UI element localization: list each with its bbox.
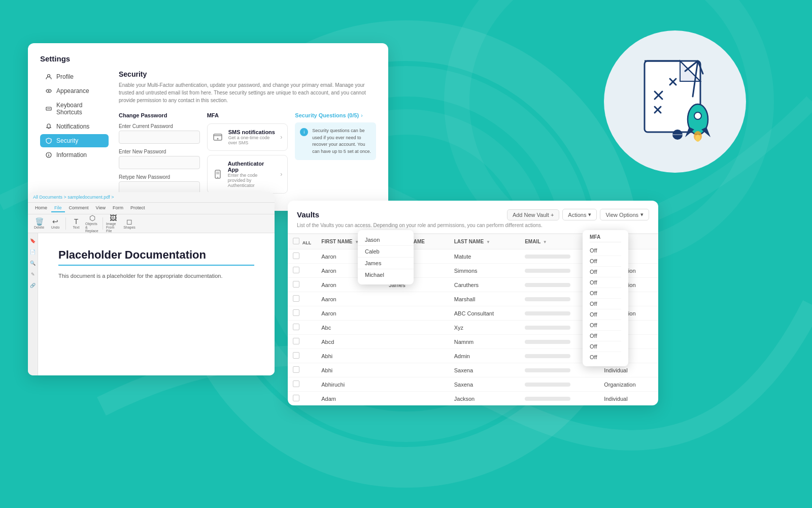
- table-row[interactable]: Abhiruchi Saxena Organization: [288, 377, 658, 392]
- row-checkbox-el-6[interactable]: [293, 338, 299, 344]
- sms-mfa-option[interactable]: SMS notifications Get a one-time code ov…: [207, 123, 288, 151]
- shapes-icon: ◻: [126, 218, 132, 225]
- user-icon: [45, 73, 52, 80]
- sidebar-item-appearance-label: Appearance: [56, 87, 89, 94]
- mfa-status-4: Off: [590, 277, 621, 288]
- row-middle-name-5: [384, 321, 449, 335]
- illustration-circle: [604, 30, 746, 173]
- row-first-name-4: Aaron: [316, 306, 384, 321]
- row-checkbox-8[interactable]: [288, 363, 316, 377]
- row-checkbox-10[interactable]: [288, 392, 316, 406]
- middle-name-caleb[interactable]: Caleb: [358, 246, 414, 258]
- auth-app-desc: Enter the code provided by Authenticator: [228, 173, 276, 188]
- row-checkbox-el-2[interactable]: [293, 281, 299, 288]
- row-last-name-2: Caruthers: [449, 278, 520, 292]
- row-checkbox-el-0[interactable]: [293, 252, 299, 259]
- current-password-input[interactable]: [119, 131, 200, 144]
- mfa-status-10: Off: [590, 341, 621, 352]
- auth-app-arrow: ›: [280, 171, 282, 178]
- row-checkbox-3[interactable]: [288, 292, 316, 306]
- row-checkbox-9[interactable]: [288, 377, 316, 392]
- svg-point-35: [217, 177, 218, 178]
- pdf-tool-undo[interactable]: ↩ Undo: [48, 216, 62, 231]
- middle-name-jason[interactable]: Jason: [358, 234, 414, 246]
- row-middle-name-4: [384, 306, 449, 321]
- pdf-page-btn[interactable]: 📄: [29, 248, 37, 256]
- pdf-menu-home[interactable]: Home: [32, 204, 50, 212]
- sidebar-item-keyboard[interactable]: Keyboard Shortcuts: [40, 99, 109, 119]
- pdf-document-text: This document is a placeholder for the a…: [58, 273, 254, 279]
- pdf-menu-bar: Home File Comment View Form Protect: [28, 203, 275, 214]
- mfa-status-column: MFA Off Off Off Off Off Off Off Off Off …: [583, 230, 628, 366]
- svg-point-30: [48, 153, 49, 154]
- middle-name-james[interactable]: James: [358, 258, 414, 269]
- row-checkbox-1[interactable]: [288, 264, 316, 278]
- actions-button[interactable]: Actions ▾: [562, 209, 597, 220]
- row-checkbox-6[interactable]: [288, 335, 316, 349]
- pdf-link-btn[interactable]: 🔗: [29, 282, 37, 289]
- objects-icon: ⬡: [89, 214, 95, 221]
- select-all-checkbox[interactable]: [293, 238, 299, 244]
- row-checkbox-el-1[interactable]: [293, 267, 299, 273]
- pdf-tool-image[interactable]: 🖼 Image From File: [106, 216, 120, 231]
- pdf-menu-form[interactable]: Form: [110, 204, 126, 212]
- row-checkbox-el-7[interactable]: [293, 352, 299, 359]
- sidebar-item-profile[interactable]: Profile: [40, 70, 109, 83]
- row-checkbox-7[interactable]: [288, 349, 316, 363]
- row-checkbox-0[interactable]: [288, 249, 316, 264]
- auth-app-name: Authenticator App: [228, 161, 276, 173]
- row-checkbox-el-5[interactable]: [293, 324, 299, 330]
- sms-icon: [213, 130, 223, 144]
- row-last-name-1: Simmons: [449, 264, 520, 278]
- auth-app-option[interactable]: Authenticator App Enter the code provide…: [207, 155, 288, 194]
- pdf-tool-objects[interactable]: ⬡ Objects & Replace: [85, 216, 99, 231]
- pdf-breadcrumb-link[interactable]: All Documents > sampledocument.pdf >: [33, 195, 114, 200]
- image-icon: 🖼: [110, 214, 117, 221]
- row-first-name-10: Adam: [316, 392, 384, 406]
- row-checkbox-el-8[interactable]: [293, 366, 299, 373]
- row-middle-name-9: [384, 377, 449, 392]
- security-heading: Security: [119, 70, 376, 78]
- row-checkbox-el-9[interactable]: [293, 380, 299, 387]
- row-first-name-8: Abhi: [316, 363, 384, 377]
- sidebar-item-information[interactable]: Information: [40, 148, 109, 162]
- col-all[interactable]: ALL: [288, 234, 316, 249]
- row-checkbox-el-3[interactable]: [293, 295, 299, 302]
- add-new-vault-button[interactable]: Add New Vault +: [507, 209, 559, 220]
- pdf-menu-file[interactable]: File: [51, 204, 65, 212]
- row-first-name-5: Abc: [316, 321, 384, 335]
- table-row[interactable]: Adam Jackson Individual: [288, 392, 658, 406]
- row-checkbox-5[interactable]: [288, 321, 316, 335]
- view-options-button[interactable]: View Options ▾: [600, 209, 649, 220]
- pdf-edit-btn[interactable]: ✎: [29, 271, 37, 278]
- pdf-search-sidebar-btn[interactable]: 🔍: [29, 260, 37, 267]
- sidebar-item-notifications[interactable]: Notifications: [40, 120, 109, 133]
- row-checkbox-el-4[interactable]: [293, 309, 299, 316]
- row-checkbox-4[interactable]: [288, 306, 316, 321]
- svg-point-20: [695, 135, 700, 142]
- settings-title: Settings: [40, 54, 376, 63]
- sidebar-item-security[interactable]: Security: [40, 134, 109, 147]
- pdf-tool-text[interactable]: T Text: [69, 216, 83, 231]
- pdf-tool-delete[interactable]: 🗑️ Delete: [32, 216, 46, 231]
- col-last-name[interactable]: LAST NAME ▼: [449, 234, 520, 249]
- row-checkbox-2[interactable]: [288, 278, 316, 292]
- pdf-menu-protect[interactable]: Protect: [127, 204, 148, 212]
- pdf-menu-comment[interactable]: Comment: [66, 204, 92, 212]
- sms-mfa-name: SMS notifications: [228, 129, 276, 135]
- pdf-tool-shapes[interactable]: ◻ Shapes: [122, 216, 137, 231]
- row-email-9: [520, 377, 599, 392]
- pdf-menu-view[interactable]: View: [93, 204, 109, 212]
- sidebar-item-appearance[interactable]: Appearance: [40, 84, 109, 98]
- new-password-input[interactable]: [119, 156, 200, 169]
- row-checkbox-el-10[interactable]: [293, 395, 299, 401]
- mfa-status-1: Off: [590, 245, 621, 256]
- svg-point-25: [48, 90, 50, 92]
- middle-name-michael[interactable]: Michael: [358, 269, 414, 280]
- mfa-status-7: Off: [590, 309, 621, 320]
- auth-app-icon: [213, 167, 223, 181]
- pdf-bookmark-btn[interactable]: 🔖: [29, 237, 37, 244]
- delete-icon: 🗑️: [35, 218, 44, 225]
- row-last-name-8: Saxena: [449, 363, 520, 377]
- row-middle-name-6: [384, 335, 449, 349]
